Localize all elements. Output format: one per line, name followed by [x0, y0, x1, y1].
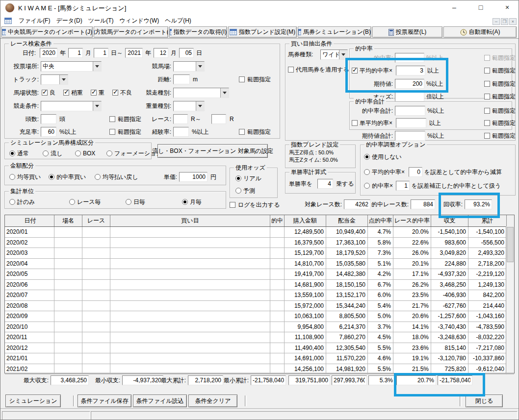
menu-data[interactable]: データ(D) — [53, 16, 85, 26]
date-from-year-field[interactable] — [40, 48, 57, 58]
maximize-icon[interactable]: □ — [472, 1, 489, 13]
toolbar-get-index-button[interactable]: 指数データの取得(I) — [169, 26, 227, 38]
dropdown-arrow-icon[interactable] — [220, 88, 229, 98]
target-races-field[interactable] — [344, 199, 370, 209]
amount-equal-label[interactable]: 均等買い — [17, 172, 41, 182]
adjust-multiply-prefix-label[interactable]: 的中率× — [372, 181, 393, 191]
going-heavy-checkbox[interactable] — [91, 90, 97, 96]
single-avg-checkbox[interactable] — [352, 120, 358, 126]
bet-type-combobox[interactable]: ワイド — [320, 49, 348, 60]
adjust-multiply-radio[interactable] — [364, 183, 370, 189]
agg-total-only-label[interactable]: 計のみ — [17, 197, 35, 207]
table-row[interactable]: 2020/0414,810,70015,035,5805.1%20.1%224,… — [5, 259, 514, 270]
exp-rate-field[interactable] — [173, 127, 189, 137]
fill-range-label[interactable]: 範囲指定 — [118, 127, 141, 137]
agg-per-month-radio[interactable] — [182, 199, 188, 205]
amount-payback-radio[interactable] — [95, 174, 101, 180]
expect-field[interactable] — [395, 79, 424, 89]
child-restore-icon[interactable]: ❐ — [501, 18, 508, 25]
hit-rate-range-checkbox[interactable] — [484, 55, 490, 61]
toolbar-auto-run-button[interactable]: 自動運転(A) — [443, 26, 517, 38]
distance-field[interactable] — [173, 74, 190, 84]
load-conditions-button[interactable]: 条件ファイル読込 — [133, 395, 187, 407]
toolbar-vote-history-button[interactable]: 投票履歴(L) — [372, 26, 442, 38]
heads-range-checkbox[interactable] — [109, 116, 115, 122]
agg-per-race-label[interactable]: レース毎 — [77, 197, 101, 207]
toolbar-simulation-button[interactable]: 馬券シミュレーション(B) — [298, 26, 371, 38]
heads-field[interactable] — [41, 114, 56, 124]
fill-rate-field[interactable] — [41, 127, 56, 137]
hit-sum-range-label[interactable]: 範囲指定 — [492, 106, 516, 116]
fill-range-checkbox[interactable] — [109, 129, 115, 135]
adjust-subtract-field[interactable] — [409, 167, 422, 177]
table-row[interactable]: 2020/0519,419,70014,482,3804.2%17.1%-4,9… — [5, 269, 514, 280]
hit-sum-range-checkbox[interactable] — [484, 108, 490, 114]
dropdown-arrow-icon[interactable] — [59, 75, 68, 84]
column-header[interactable]: 累計 — [468, 215, 507, 226]
going-slightly-heavy-checkbox[interactable] — [63, 90, 69, 96]
going-good-label[interactable]: 良 — [50, 88, 55, 98]
win-calc-power-field[interactable] — [317, 179, 333, 189]
table-scrollbar[interactable] — [506, 226, 514, 373]
going-bad-checkbox[interactable] — [112, 90, 118, 96]
race-from-field[interactable] — [173, 114, 188, 124]
heads-range-label[interactable]: 範囲指定 — [118, 114, 141, 124]
sim-box-label[interactable]: BOX — [83, 148, 95, 158]
distance-range-checkbox[interactable] — [239, 76, 245, 82]
avg-hit-rate-checkbox[interactable] — [352, 68, 358, 74]
table-row[interactable]: 2020/0815,972,00015,344,2405.4%21.7%-627… — [5, 301, 514, 312]
toolbar-blend-settings-button[interactable]: 指数ブレンド設定(M) — [228, 26, 297, 38]
race-to-field[interactable] — [211, 114, 226, 124]
column-header[interactable]: 買い目 — [110, 215, 270, 226]
date-to-year-field[interactable] — [125, 48, 143, 58]
table-row[interactable]: 2020/0910,063,1008,805,5005.0%20.6%-1,25… — [5, 311, 514, 322]
date-from-month-field[interactable] — [68, 48, 83, 58]
single-avg-label[interactable]: 単平均的率× — [360, 118, 392, 128]
course-combobox[interactable] — [173, 61, 205, 72]
date-from-day-field[interactable] — [94, 48, 108, 58]
agg-per-race-radio[interactable] — [69, 199, 75, 205]
substitute-bet-label[interactable]: 代用馬券を適用する — [296, 65, 349, 74]
column-header[interactable]: レース — [82, 215, 110, 226]
single-avg-range-checkbox[interactable] — [484, 120, 490, 126]
odds-real-radio[interactable] — [235, 175, 241, 181]
sim-box-radio[interactable] — [75, 150, 81, 156]
odds-forecast-label[interactable]: 予測 — [243, 186, 255, 196]
single-avg-range-label[interactable]: 範囲指定 — [492, 118, 516, 128]
agg-per-day-label[interactable]: 日毎 — [133, 197, 145, 207]
adjust-subtract-prefix-label[interactable]: 平均的中率× — [372, 167, 405, 177]
avg-hit-rate-field[interactable] — [396, 66, 425, 75]
distance-range-label[interactable]: 範囲指定 — [247, 74, 271, 84]
menu-window[interactable]: ウィンドウ(W) — [117, 16, 162, 26]
date-to-month-field[interactable] — [154, 48, 168, 58]
save-conditions-button[interactable]: 条件ファイル保存 — [78, 395, 131, 407]
date-to-day-field[interactable] — [179, 48, 194, 58]
weight-kind-combobox[interactable] — [173, 101, 205, 111]
dropdown-arrow-icon[interactable] — [196, 101, 204, 111]
table-row[interactable]: 2021/0214,256,10014,981,9205.5%21.5%725,… — [5, 364, 514, 375]
single-avg-field[interactable] — [396, 118, 426, 128]
column-header[interactable]: レース的中率 — [393, 215, 431, 226]
expect-range-label[interactable]: 範囲指定 — [492, 79, 516, 89]
exp-range-checkbox[interactable] — [239, 129, 245, 135]
hit-sum-field[interactable] — [395, 106, 425, 116]
simulate-button[interactable]: シミュレーション — [5, 395, 61, 407]
substitute-bet-checkbox[interactable] — [288, 67, 294, 73]
column-header[interactable]: 点的中率 — [368, 215, 393, 226]
amount-hit-rate-radio[interactable] — [49, 174, 54, 180]
table-row[interactable]: 2020/0112,489,50010,949,4004.7%20.0%-1,5… — [5, 227, 514, 238]
going-heavy-label[interactable]: 重 — [99, 88, 104, 98]
odds-real-label[interactable]: リアル — [243, 173, 261, 183]
race-cond-combobox[interactable] — [41, 101, 102, 111]
expect-sum-range-checkbox[interactable] — [484, 133, 490, 139]
dropdown-arrow-icon[interactable] — [93, 62, 101, 71]
column-header[interactable]: 配当金 — [326, 215, 368, 226]
child-minimize-icon[interactable]: – — [493, 18, 500, 25]
table-row[interactable]: 2020/0216,379,50017,363,1005.8%22.6%983,… — [5, 238, 514, 248]
amount-equal-radio[interactable] — [9, 174, 15, 180]
adjust-subtract-radio[interactable] — [364, 169, 370, 175]
table-row[interactable]: 2020/0614,681,90018,150,1506.7%26.2%3,46… — [5, 280, 514, 291]
sim-nagashi-radio[interactable] — [43, 150, 49, 156]
track-combobox[interactable] — [41, 74, 68, 85]
sim-formation-radio[interactable] — [106, 150, 112, 156]
